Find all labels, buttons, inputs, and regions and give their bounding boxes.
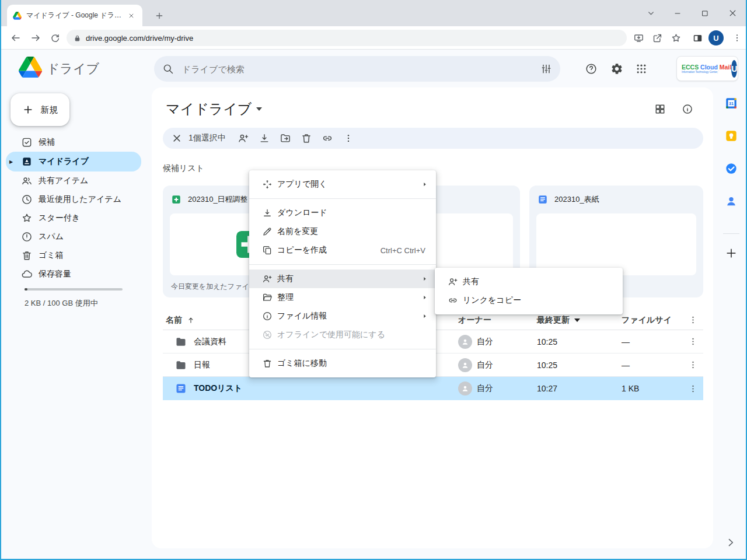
star-icon [21, 212, 33, 224]
new-button[interactable]: 新規 [11, 93, 69, 126]
page-title[interactable]: マイドライブ [166, 100, 262, 118]
back-icon[interactable] [8, 30, 23, 46]
browser-window: マイドライブ - Google ドライブ [0, 0, 747, 560]
shortcut-label: Ctrl+C Ctrl+V [381, 246, 425, 255]
url-text: drive.google.com/drive/my-drive [86, 34, 193, 43]
eccs-logo-subtext: Information Technology Center, The Unive… [682, 71, 719, 74]
tasks-app-icon[interactable] [725, 162, 738, 175]
sidebar-item-recent[interactable]: 最近使用したアイテム [6, 190, 141, 209]
browser-profile-avatar[interactable]: U [708, 30, 724, 46]
sidebar-item-suggested[interactable]: 候補 [6, 133, 141, 152]
toolbar-download-icon[interactable] [254, 129, 275, 148]
reload-icon[interactable] [47, 30, 62, 46]
suggested-icon [21, 136, 33, 148]
window-close-button[interactable] [719, 0, 746, 26]
window-maximize-button[interactable] [692, 0, 718, 26]
sheets-file-icon [171, 194, 181, 205]
owner-cell: 自分 [458, 330, 493, 353]
menu-item-share[interactable]: 共有 [249, 270, 436, 288]
sidebar-item-spam[interactable]: スパム [6, 228, 141, 246]
storage-usage-text: 2 KB / 100 GB 使用中 [25, 298, 98, 309]
owner-avatar [458, 382, 472, 396]
sidebar-item-storage[interactable]: 保存容量 [6, 265, 141, 284]
search-options-icon[interactable] [540, 63, 552, 75]
menu-divider [249, 349, 436, 349]
sidebar-item-shared[interactable]: 共有アイテム [6, 172, 141, 190]
sidebar-nav: 候補 ▶ マイドライブ 共有アイテム 最近使用したアイテム スター付き スパム … [6, 133, 141, 284]
settings-gear-icon[interactable] [610, 62, 624, 76]
window-minimize-button[interactable] [664, 0, 691, 26]
bookmark-star-icon[interactable] [668, 30, 683, 46]
clear-selection-icon[interactable] [166, 129, 187, 148]
submenu-item-share[interactable]: 共有 [435, 272, 623, 291]
new-tab-button[interactable] [152, 8, 167, 23]
apps-grid-icon[interactable] [634, 62, 648, 76]
toolbar-move-icon[interactable] [275, 129, 296, 148]
help-icon[interactable] [584, 62, 598, 76]
search-icon[interactable] [162, 63, 174, 75]
account-box[interactable]: ECCS Cloud Mail Information Technology C… [676, 56, 738, 81]
side-panel-icon[interactable] [690, 30, 705, 46]
menu-item-open-with[interactable]: アプリで開く [249, 175, 436, 194]
cloud-icon [21, 268, 33, 280]
grid-view-icon[interactable] [653, 102, 667, 116]
drive-profile-avatar[interactable]: U [731, 60, 737, 78]
toolbar-trash-icon[interactable] [296, 129, 317, 148]
share-page-icon[interactable] [650, 30, 665, 46]
toolbar-link-icon[interactable] [317, 129, 338, 148]
submenu-arrow-icon [422, 181, 428, 187]
toolbar-more-icon[interactable] [338, 129, 359, 148]
menu-item-make-copy[interactable]: コピーを作成 Ctrl+C Ctrl+V [249, 241, 436, 260]
column-header-name[interactable]: 名前 [166, 310, 195, 330]
submenu-arrow-icon [422, 313, 428, 319]
install-app-icon[interactable] [631, 30, 646, 46]
offline-pin-icon [262, 330, 273, 340]
title-dropdown-icon[interactable] [256, 107, 262, 111]
new-button-label: 新規 [41, 104, 58, 116]
details-info-icon[interactable] [680, 102, 694, 116]
row-more-icon[interactable] [685, 377, 701, 400]
tab-search-icon[interactable] [637, 0, 664, 26]
menu-item-organize[interactable]: 整理 [249, 288, 436, 307]
row-more-icon[interactable] [685, 330, 701, 353]
browser-menu-icon[interactable] [729, 30, 745, 46]
contacts-app-icon[interactable] [725, 195, 738, 208]
person-add-icon [448, 276, 458, 287]
row-more-icon[interactable] [685, 354, 701, 376]
forward-icon[interactable] [28, 30, 43, 46]
download-icon [262, 208, 273, 218]
search-bar[interactable] [154, 56, 560, 82]
add-app-icon[interactable] [725, 247, 738, 260]
keep-app-icon[interactable] [725, 130, 738, 142]
column-header-size[interactable]: ファイルサイ [622, 310, 672, 330]
lock-icon [74, 34, 81, 42]
browser-tab[interactable]: マイドライブ - Google ドライブ [7, 5, 142, 26]
expand-arrow-icon[interactable]: ▶ [9, 159, 13, 164]
column-settings-icon[interactable] [685, 310, 701, 330]
browser-titlebar: マイドライブ - Google ドライブ [1, 0, 746, 26]
url-bar[interactable]: drive.google.com/drive/my-drive [67, 30, 627, 46]
sidebar-item-my-drive[interactable]: ▶ マイドライブ [6, 152, 141, 172]
submenu-item-copy-link[interactable]: リンクをコピー [435, 291, 623, 310]
calendar-app-icon[interactable]: 31 [725, 97, 738, 110]
menu-item-move-to-trash[interactable]: ゴミ箱に移動 [249, 354, 436, 373]
owner-avatar [458, 335, 472, 349]
search-input[interactable] [181, 64, 533, 75]
sidebar-item-starred[interactable]: スター付き [6, 209, 141, 228]
folder-open-icon [262, 292, 273, 303]
modified-cell: 10:25 [537, 354, 557, 376]
menu-item-download[interactable]: ダウンロード [249, 204, 436, 222]
card-title: 202310_表紙 [554, 194, 599, 205]
selection-toolbar: 1個選択中 [163, 128, 703, 149]
menu-item-file-info[interactable]: ファイル情報 [249, 307, 436, 326]
modified-cell: 10:27 [537, 377, 557, 400]
sidebar-item-trash[interactable]: ゴミ箱 [6, 246, 141, 265]
drive-logo[interactable] [19, 57, 42, 78]
table-row-selected[interactable]: TODOリスト 自分 10:27 1 KB [163, 377, 703, 400]
tab-close-icon[interactable] [126, 10, 137, 21]
menu-divider [249, 198, 436, 199]
menu-item-rename[interactable]: 名前を変更 [249, 222, 436, 241]
toolbar-share-icon[interactable] [233, 129, 254, 148]
expand-side-panel-icon[interactable] [725, 537, 738, 550]
owner-avatar [458, 358, 472, 372]
